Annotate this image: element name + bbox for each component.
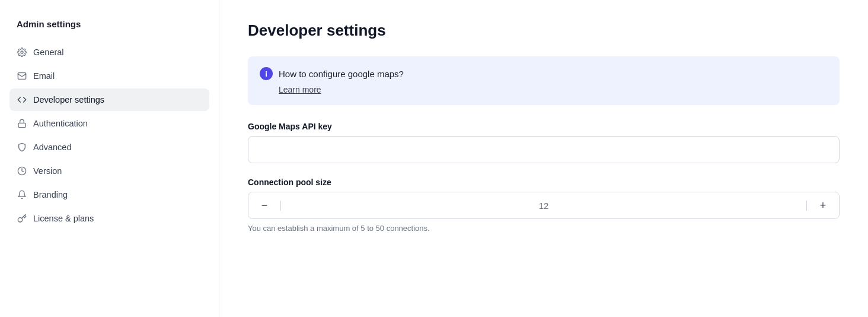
sidebar-item-developer-label: Developer settings (33, 95, 104, 104)
sidebar-item-license-label: License & plans (33, 214, 94, 223)
svg-rect-1 (18, 73, 25, 80)
info-icon: i (260, 67, 273, 80)
sidebar-item-advanced-label: Advanced (33, 142, 72, 152)
info-banner-header: i How to configure google maps? (260, 67, 828, 80)
lock-icon (17, 118, 27, 129)
sidebar-item-version[interactable]: Version (9, 160, 209, 182)
sidebar-item-advanced[interactable]: Advanced (9, 136, 209, 158)
sidebar-item-general[interactable]: General (9, 41, 209, 64)
api-key-input[interactable] (248, 136, 840, 163)
shield-icon (17, 142, 27, 153)
sidebar-item-authentication-label: Authentication (33, 119, 88, 128)
increment-button[interactable]: + (807, 192, 839, 218)
pool-size-label: Connection pool size (248, 177, 840, 187)
svg-point-0 (21, 51, 23, 53)
page-title: Developer settings (248, 21, 840, 40)
bell-icon (17, 189, 27, 200)
sidebar-item-email[interactable]: Email (9, 65, 209, 87)
sidebar-item-branding[interactable]: Branding (9, 183, 209, 206)
api-key-label: Google Maps API key (248, 122, 840, 131)
decrement-button[interactable]: − (248, 192, 280, 218)
sidebar-item-email-label: Email (33, 71, 55, 81)
key-icon (17, 213, 27, 224)
gear-icon (17, 47, 27, 58)
sidebar: Admin settings General Email Developer s… (0, 0, 219, 317)
pool-size-value: 12 (280, 201, 807, 211)
code-icon (17, 94, 27, 105)
sidebar-title: Admin settings (9, 19, 209, 41)
sidebar-item-authentication[interactable]: Authentication (9, 112, 209, 135)
sidebar-item-branding-label: Branding (33, 190, 68, 199)
svg-rect-2 (18, 123, 25, 127)
circle-check-icon (17, 166, 27, 176)
sidebar-item-license-plans[interactable]: License & plans (9, 207, 209, 230)
info-banner: i How to configure google maps? Learn mo… (248, 56, 840, 105)
learn-more-link[interactable]: Learn more (279, 85, 828, 94)
sidebar-item-version-label: Version (33, 166, 62, 176)
sidebar-item-general-label: General (33, 47, 64, 57)
envelope-icon (17, 71, 27, 81)
pool-size-hint: You can establish a maximum of 5 to 50 c… (248, 224, 840, 233)
sidebar-item-developer-settings[interactable]: Developer settings (9, 88, 209, 111)
main-content: Developer settings i How to configure go… (219, 0, 868, 317)
info-banner-text: How to configure google maps? (279, 69, 404, 79)
pool-size-stepper: − 12 + (248, 192, 840, 219)
